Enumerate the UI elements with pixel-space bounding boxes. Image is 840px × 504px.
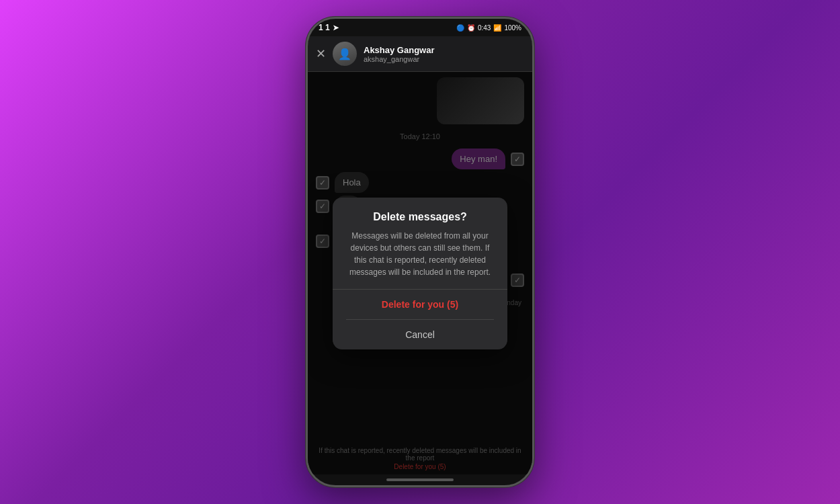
modal-dialog: Delete messages? Messages will be delete… [333, 198, 507, 349]
carrier-text: 1 1 [319, 23, 330, 32]
delete-for-you-button[interactable]: Delete for you (5) [346, 290, 494, 320]
modal-body: Messages will be deleted from all your d… [346, 230, 494, 278]
modal-overlay: Delete messages? Messages will be delete… [308, 72, 532, 474]
avatar: 👤 [333, 42, 357, 66]
home-bar [386, 478, 454, 481]
chat-header: ✕ 👤 Akshay Gangwar akshay_gangwar [308, 36, 532, 72]
status-bar: 1 1 ➤ 🔵 ⏰ 0:43 📶 100% [308, 19, 532, 36]
time-text: ⏰ [467, 24, 475, 32]
contact-info: Akshay Gangwar akshay_gangwar [364, 45, 435, 63]
status-right: 🔵 ⏰ 0:43 📶 100% [456, 24, 521, 32]
contact-username: akshay_gangwar [364, 55, 435, 63]
network-text: 0:43 [478, 24, 491, 32]
signal-bars-icon: 📶 [493, 24, 501, 32]
chat-area: Today 12:10 Hey man! ✓ ✓ Hola [308, 72, 532, 474]
phone-frame: 1 1 ➤ 🔵 ⏰ 0:43 📶 100% ✕ 👤 Akshay Gangwar… [306, 17, 534, 487]
modal-title: Delete messages? [346, 211, 494, 223]
cancel-button[interactable]: Cancel [346, 320, 494, 349]
back-button[interactable]: ✕ [316, 46, 326, 61]
home-indicator [308, 474, 532, 485]
navigation-icon: ➤ [333, 24, 339, 32]
contact-name: Akshay Gangwar [364, 45, 435, 55]
status-left: 1 1 ➤ [319, 23, 339, 32]
bluetooth-icon: 🔵 [456, 24, 464, 32]
battery-text: 100% [504, 24, 521, 32]
